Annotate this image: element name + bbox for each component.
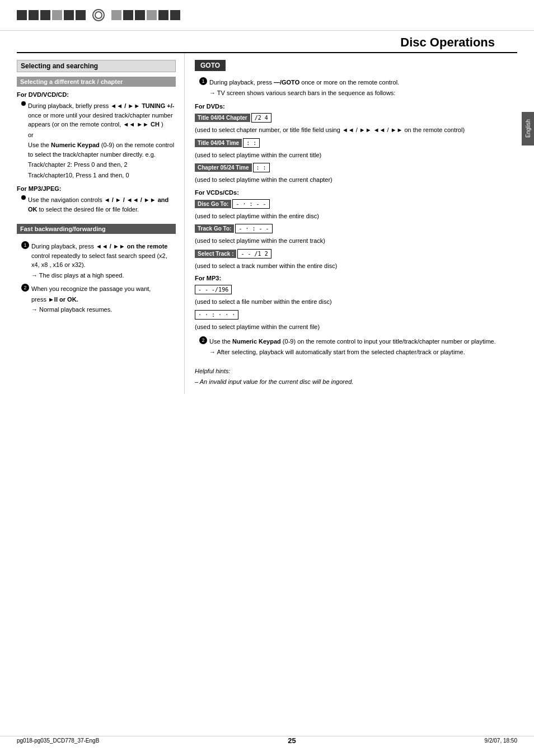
header-square-3 bbox=[40, 10, 50, 20]
dvd-display3-desc: (used to select playtime within the curr… bbox=[195, 175, 517, 185]
footer-right: 9/2/07, 18:50 bbox=[485, 738, 517, 744]
select-track-label: Select Track : bbox=[195, 250, 236, 258]
header-square-4 bbox=[52, 10, 62, 20]
dvd-display1: Title 04/04 Chapter /2 4 bbox=[195, 112, 517, 124]
dvd-display2-desc: (used to select playtime within the curr… bbox=[195, 151, 517, 160]
goto-bullet2-content: Use the Numeric Keypad (0-9) on the remo… bbox=[209, 336, 496, 358]
fast-section-title: Fast backwarding/forwarding bbox=[17, 224, 176, 234]
goto-bullet1-content: During playback, press —/GOTO once or mo… bbox=[209, 77, 399, 98]
fast-bullet2: 2 When you recognize the passage you wan… bbox=[21, 283, 176, 316]
header-square-r4 bbox=[147, 10, 157, 20]
header-crosshair-left bbox=[92, 9, 105, 21]
footer-left: pg018-pg035_DCD778_37-EngB bbox=[17, 738, 99, 744]
dvd-display1-arrows: ◄◄ / ►► bbox=[342, 126, 373, 133]
fast-bullet-num1: 1 bbox=[21, 241, 29, 249]
mp3-display2-desc: (used to select playtime within the curr… bbox=[195, 322, 517, 332]
helpful-section: Helpful hints: – An invalid input value … bbox=[195, 367, 517, 386]
fast2-bold: press ►II or OK. bbox=[31, 295, 151, 304]
fast-bullet2-content: When you recognize the passage you want,… bbox=[31, 283, 151, 316]
dvd-display2: Title 04/04 Time : : bbox=[195, 137, 517, 149]
mp3-display1-val: - - -/196 bbox=[195, 285, 232, 294]
header-bar bbox=[0, 0, 534, 31]
header-square-1 bbox=[17, 10, 27, 20]
dvd-numeric-text: Use the Numeric Keypad (0-9) on the remo… bbox=[28, 140, 176, 159]
fast-bullet1: 1 During playback, press ◄◄ / ►► on the … bbox=[21, 241, 176, 281]
step2-numeric-bold: Numeric Keypad bbox=[232, 338, 281, 345]
mp3-bullet: Use the navigation controls ◄ / ► / ◄◄ /… bbox=[21, 194, 176, 215]
track-go-to-row: Track Go To: - · : - - bbox=[195, 223, 517, 234]
header-square-r2 bbox=[123, 10, 133, 20]
goto1-arrow: TV screen shows various search bars in t… bbox=[209, 88, 399, 98]
header-square-r6 bbox=[170, 10, 180, 20]
goto-bullet-num2: 2 bbox=[199, 336, 207, 344]
section-selecting-searching: Selecting and searching bbox=[17, 60, 176, 72]
page-title-bar: Disc Operations bbox=[17, 31, 517, 53]
header-square-r5 bbox=[158, 10, 168, 20]
select-track-val: - - /1 2 bbox=[237, 249, 271, 259]
right-column: GOTO 1 During playback, press —/GOTO onc… bbox=[185, 53, 517, 394]
mp3-bullet-circle bbox=[21, 195, 26, 200]
page-title: Disc Operations bbox=[400, 35, 495, 49]
dvd-numeric-bold: Numeric Keypad bbox=[51, 142, 100, 148]
header-square-2 bbox=[29, 10, 39, 20]
fast-section: Fast backwarding/forwarding 1 During pla… bbox=[17, 224, 176, 316]
header-squares-right bbox=[111, 10, 180, 20]
dvd-or: or bbox=[28, 130, 176, 140]
dvd-bold-controls: ◄◄ / ►► TUNING +/- bbox=[110, 102, 174, 109]
select-track-row: Select Track : - - /1 2 bbox=[195, 248, 517, 260]
dvd-display1-val: /2 4 bbox=[251, 113, 271, 123]
fast2-arrow: Normal playback resumes. bbox=[31, 305, 151, 314]
goto-bullet2: 2 Use the Numeric Keypad (0-9) on the re… bbox=[199, 336, 517, 358]
mp3-jpeg-title: For MP3/JPEG: bbox=[17, 185, 176, 192]
subsection-different-track: Selecting a different track / chapter bbox=[17, 77, 176, 87]
mp3-display2-val: · · : · · · bbox=[195, 310, 238, 320]
fast2-controls: ►II or OK. bbox=[48, 296, 78, 303]
fast1-text2: control repeatedly to select fast search… bbox=[31, 252, 167, 269]
mp3-bullet-content: Use the navigation controls ◄ / ► / ◄◄ /… bbox=[28, 194, 176, 215]
dvd-display3: Chapter 05/24 Time : : bbox=[195, 162, 517, 173]
dvd-bullet-content: During playback, briefly press ◄◄ / ►► T… bbox=[28, 100, 176, 181]
dvd-example2: Track/chapter10, Press 1 and then, 0 bbox=[28, 171, 176, 180]
dvd-text1: During playback, briefly press ◄◄ / ►► T… bbox=[28, 101, 176, 129]
mp3-display1-desc: (used to select a file number within the… bbox=[195, 297, 517, 307]
dvd-display3-val: : : bbox=[253, 163, 270, 172]
fast-bullet-num2: 2 bbox=[21, 284, 29, 292]
disc-go-to-row: Disc Go To: - · : - - bbox=[195, 198, 517, 210]
mp3-text2: to select the desired file or file folde… bbox=[39, 206, 139, 213]
header-square-5 bbox=[64, 10, 74, 20]
footer: pg018-pg035_DCD778_37-EngB 25 9/2/07, 18… bbox=[0, 736, 534, 745]
disc-go-to-label: Disc Go To: bbox=[195, 200, 231, 208]
goto-bold: —/GOTO bbox=[274, 79, 299, 86]
dvd-bullet: During playback, briefly press ◄◄ / ►► T… bbox=[21, 100, 176, 181]
fast1-arrow: The disc plays at a high speed. bbox=[31, 271, 176, 280]
dvd-vcd-cd-title: For DVD/VCD/CD: bbox=[17, 91, 176, 98]
english-tab: English bbox=[522, 112, 534, 145]
for-dvds-title: For DVDs: bbox=[195, 103, 517, 110]
track-go-to-val: - · : - - bbox=[235, 224, 272, 233]
fast1-text: During playback, press ◄◄ / ►► on the re… bbox=[31, 242, 176, 270]
header-square-6 bbox=[76, 10, 86, 20]
step2-arrow: After selecting, playback will automatic… bbox=[209, 348, 496, 357]
for-vcds-cds-title: For VCDs/CDs: bbox=[195, 189, 517, 196]
dvd-numeric-rest: (0-9) on the remote control to select th… bbox=[28, 142, 174, 158]
for-mp3-title: For MP3: bbox=[195, 275, 517, 281]
fast2-press: press bbox=[31, 296, 48, 303]
helpful-title: Helpful hints: bbox=[195, 367, 517, 376]
goto-bullet-num1: 1 bbox=[199, 77, 207, 85]
dvd-display3-label: Chapter 05/24 Time bbox=[195, 163, 252, 172]
dvd-example1: Track/chapter 2: Press 0 and then, 2 bbox=[28, 160, 176, 170]
goto-bullet1: 1 During playback, press —/GOTO once or … bbox=[199, 77, 517, 98]
dvd-display1-desc: (used to select chapter number, or title… bbox=[195, 125, 517, 135]
goto-box: GOTO bbox=[195, 60, 226, 71]
main-content: Selecting and searching Selecting a diff… bbox=[0, 53, 534, 394]
fast-bold-controls: ◄◄ / ►► on the remote bbox=[96, 243, 168, 250]
dvd-display1-label: Title 04/04 Chapter bbox=[195, 114, 250, 122]
mp3-text: Use the navigation controls ◄ / ► / ◄◄ /… bbox=[28, 195, 176, 214]
header-squares-left bbox=[17, 10, 86, 20]
mp3-display1-row: - - -/196 bbox=[195, 284, 517, 295]
dvd-bold-ch: ◄◄ ►► CH bbox=[123, 121, 160, 128]
goto1-text: During playback, press —/GOTO once or mo… bbox=[209, 78, 399, 87]
fast-bullet1-content: During playback, press ◄◄ / ►► on the re… bbox=[31, 241, 176, 281]
track-go-to-desc: (used to select playtime within the curr… bbox=[195, 236, 517, 246]
mp3-display2-row: · · : · · · bbox=[195, 309, 517, 321]
